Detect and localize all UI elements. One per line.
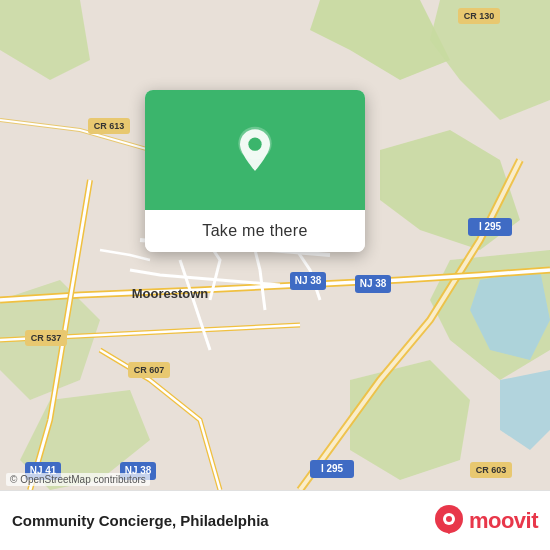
app-name: Community Concierge, Philadelphia [12,512,269,529]
svg-point-39 [446,516,452,522]
svg-point-36 [248,138,261,151]
bottom-bar: Community Concierge, Philadelphia moovit [0,490,550,550]
popup-card: Take me there [145,90,365,252]
map-container: I 295 I 295 NJ 38 NJ 38 NJ 41 NJ 38 CR 5… [0,0,550,490]
take-me-there-button[interactable]: Take me there [145,210,365,252]
location-pin-icon [230,125,280,175]
moovit-logo: moovit [433,505,538,537]
bottom-left-info: Community Concierge, Philadelphia [12,512,269,529]
svg-text:CR 130: CR 130 [464,11,495,21]
svg-text:I 295: I 295 [479,221,502,232]
map-attribution: © OpenStreetMap contributors [6,473,150,486]
svg-text:I 295: I 295 [321,463,344,474]
moovit-brand-text: moovit [469,508,538,534]
svg-text:NJ 38: NJ 38 [295,275,322,286]
svg-text:CR 613: CR 613 [94,121,125,131]
svg-text:CR 607: CR 607 [134,365,165,375]
moovit-brand-icon [433,505,465,537]
svg-text:NJ 38: NJ 38 [360,278,387,289]
svg-text:CR 537: CR 537 [31,333,62,343]
svg-text:Moorestown: Moorestown [132,286,209,301]
popup-green-area [145,90,365,210]
svg-text:CR 603: CR 603 [476,465,507,475]
